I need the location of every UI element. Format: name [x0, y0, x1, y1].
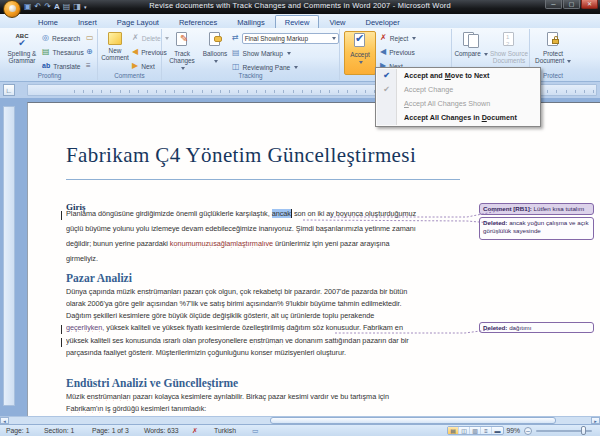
- zoom-slider-thumb[interactable]: [581, 426, 586, 435]
- heading-pazar-analizi[interactable]: Pazar Analizi: [66, 272, 132, 284]
- tab-stop-selector[interactable]: ∟: [3, 84, 15, 96]
- status-page[interactable]: Page: 1: [6, 427, 29, 434]
- status-page-of[interactable]: Page: 1 of 3: [92, 427, 129, 434]
- scrollbar-thumb[interactable]: [270, 417, 556, 424]
- comment-balloon[interactable]: Comment [RB1]: Lütfen kısa tutalım: [479, 203, 594, 215]
- paragraph2-line3[interactable]: Dağıtım şekilleri kesimlere göre büyük ö…: [66, 311, 460, 320]
- draft-view-button[interactable]: ▬: [492, 427, 503, 434]
- heading-endustri[interactable]: Endüstri Analizi ve Güncelleştirme: [66, 377, 238, 389]
- tab-page-layout[interactable]: Page Layout: [107, 15, 169, 28]
- paragraph2-line1[interactable]: Dünya çapında müzik enstrümanları pazarı…: [66, 287, 460, 296]
- research-icon: ◎: [42, 34, 49, 42]
- comment-balloon-label: Comment [RB1]:: [483, 205, 532, 212]
- tab-view[interactable]: View: [319, 15, 355, 28]
- research-button[interactable]: ◎Research: [42, 32, 80, 44]
- paragraph2-line2[interactable]: olarak 2006'ya göre gelir açısından %7'l…: [66, 299, 460, 308]
- menu-item-accept-all-document[interactable]: Accept All Changes in Document: [376, 111, 540, 125]
- paragraph2-line5[interactable]: yüksek kaliteli ses konusunda ısrarlı ol…: [66, 336, 460, 345]
- font-icon[interactable]: A: [54, 2, 60, 12]
- set-language-button[interactable]: ⊕: [86, 46, 93, 58]
- paragraph1-line2[interactable]: güçlü büyüme yolunu yolu izlemeye devam …: [66, 224, 460, 233]
- translate-button[interactable]: abTranslate: [42, 60, 80, 72]
- document-page[interactable]: Fabrikam Ç4 Yönetim Güncelleştirmesi Gir…: [27, 102, 600, 416]
- misspelled-word: enstrümanları: [137, 287, 181, 296]
- previous-change-button[interactable]: ◀Previous: [380, 46, 415, 58]
- title-bar: ▣ ↶ ↷ A ▤ ◨ ▾ Revise documents with Trac…: [0, 0, 600, 14]
- menu-item-accept-all-shown[interactable]: Accept All Changes Shown: [376, 97, 540, 111]
- save-icon[interactable]: ▣: [24, 2, 32, 12]
- print-layout-view-button[interactable]: ▤: [448, 427, 459, 434]
- show-markup-button[interactable]: ▤Show Markup: [232, 47, 291, 59]
- tab-references[interactable]: References: [169, 15, 227, 28]
- scroll-left-button[interactable]: ◂: [0, 417, 9, 424]
- next-comment-button[interactable]: ▶Next: [132, 60, 155, 72]
- document-title[interactable]: Fabrikam Ç4 Yönetim Güncelleştirmesi: [66, 143, 416, 168]
- change-bar: [61, 338, 62, 347]
- spelling-grammar-button[interactable]: ABC ✔ Spelling & Grammar: [4, 31, 40, 71]
- new-comment-icon: [108, 32, 122, 45]
- tracked-insertion: konumumuzusağlamlaştırmalıve: [170, 239, 273, 248]
- translation-screentip-button[interactable]: ▭: [86, 32, 94, 44]
- paragraph1-line1[interactable]: Planlama döngüsüne girdiğimizde önemli g…: [66, 209, 460, 218]
- group-label-proofing: Proofing: [2, 72, 97, 79]
- full-screen-view-button[interactable]: ◫: [459, 427, 470, 434]
- new-comment-label: New Comment: [101, 47, 129, 61]
- web-layout-view-button[interactable]: ▥: [470, 427, 481, 434]
- spelling-grammar-label: Spelling & Grammar: [8, 50, 37, 64]
- tab-developer[interactable]: Developer: [356, 15, 410, 28]
- balloons-button[interactable]: Balloons: [200, 31, 230, 71]
- translate-icon: ab: [42, 62, 50, 70]
- outline-view-button[interactable]: ≡: [481, 427, 492, 434]
- paragraph1-line4[interactable]: girmeliyiz.: [66, 254, 460, 263]
- zoom-out-button[interactable]: –: [524, 427, 532, 435]
- status-section[interactable]: Section: 1: [44, 427, 74, 434]
- deleted-balloon-1[interactable]: Deleted: ancak yoğun çalışma ve açık gör…: [479, 217, 594, 240]
- tab-home[interactable]: Home: [28, 15, 68, 28]
- paragraph3-line2[interactable]: Fabrikam'ın iş gördüğü kesimleri tanımla…: [66, 404, 460, 413]
- document-area: Fabrikam Ç4 Yönetim Güncelleştirmesi Gir…: [0, 98, 600, 416]
- display-for-review-select[interactable]: Final Showing Markup: [242, 33, 339, 44]
- accept-button[interactable]: ✔ Accept: [344, 31, 376, 75]
- reject-button[interactable]: ✗Reject: [380, 32, 416, 44]
- vertical-ruler[interactable]: [3, 106, 15, 406]
- status-language[interactable]: Turkish: [214, 427, 236, 434]
- macro-recording-icon[interactable]: ▭: [252, 427, 258, 435]
- menu-item-accept-change[interactable]: ✔ Accept Change: [376, 83, 540, 97]
- protect-document-button[interactable]: Protect Document: [533, 31, 573, 71]
- redo-icon[interactable]: ↷: [44, 2, 51, 12]
- balloons-icon: [207, 32, 223, 48]
- compare-button[interactable]: Compare: [454, 31, 488, 71]
- tab-insert[interactable]: Insert: [68, 15, 107, 28]
- delete-icon: ✗: [132, 34, 139, 42]
- tab-mailings[interactable]: Mailings: [227, 15, 275, 28]
- status-word-count[interactable]: Words: 633: [144, 427, 179, 434]
- tab-review[interactable]: Review: [275, 15, 320, 28]
- scroll-right-button[interactable]: ▸: [591, 417, 600, 424]
- office-button[interactable]: [3, 0, 21, 18]
- maximize-button[interactable]: ▢: [563, 0, 580, 9]
- deleted-balloon-label: Deleted:: [483, 324, 507, 331]
- show-source-documents-button[interactable]: 12 Show Source Documents: [490, 31, 528, 71]
- paragraph3-line1[interactable]: Müzik enstrümanları pazarı kolayca kesim…: [66, 392, 460, 401]
- deleted-balloon-2[interactable]: Deleted: dağıtımı: [479, 322, 594, 333]
- camera-icon[interactable]: ◨: [73, 2, 81, 12]
- undo-icon[interactable]: ↶: [35, 2, 42, 12]
- horizontal-scrollbar[interactable]: ◂ ▸: [0, 416, 600, 424]
- paragraph2-line6[interactable]: parçasında faaliyet gösterir. Müşteriler…: [66, 348, 460, 357]
- next-comment-icon: ▶: [132, 62, 138, 70]
- close-button[interactable]: ✕: [581, 0, 598, 9]
- proofing-status-icon[interactable]: ✗: [192, 427, 198, 435]
- ruler-number: 3: [139, 95, 176, 96]
- menu-item-accept-and-move[interactable]: ✔ Accept and Move to Next: [376, 69, 540, 83]
- paragraph2-line4[interactable]: geçerliyken, yüksek kaliteli ve yüksek f…: [66, 323, 460, 332]
- minimize-button[interactable]: ─: [545, 0, 562, 9]
- zoom-level[interactable]: 99%: [506, 427, 520, 434]
- display-review-icon: ⇄: [232, 34, 239, 42]
- paragraph1-line3[interactable]: değildir; bunun yerine pazardaki konumum…: [66, 239, 460, 248]
- print-icon[interactable]: ▤: [63, 2, 71, 12]
- new-comment-button[interactable]: New Comment: [100, 31, 130, 71]
- word-count-button[interactable]: ≡: [86, 60, 91, 72]
- track-changes-button[interactable]: ✎ Track Changes: [166, 31, 198, 71]
- thesaurus-button[interactable]: ▤Thesaurus: [42, 46, 84, 58]
- qat-more-icon[interactable]: ▾: [84, 2, 87, 12]
